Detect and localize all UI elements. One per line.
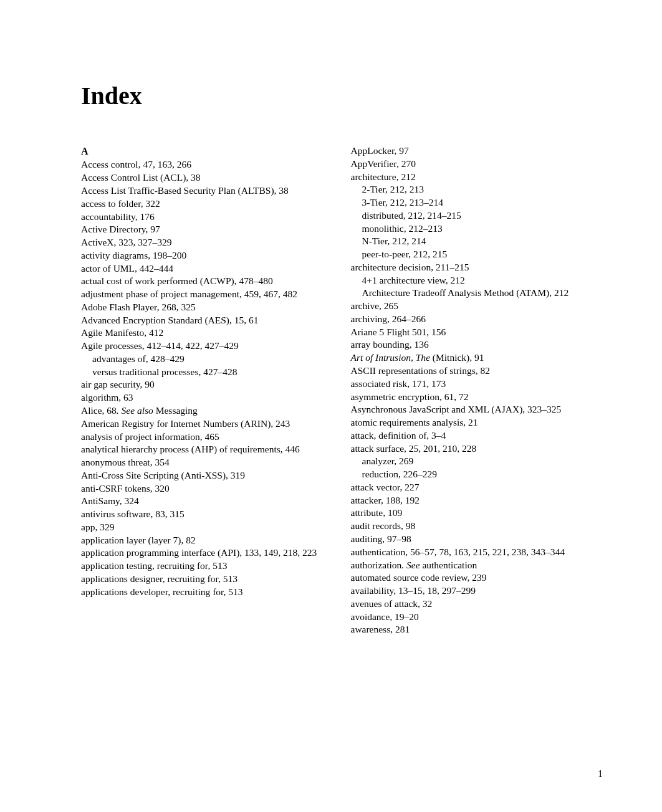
index-entry: activity diagrams, 198–200 [81, 249, 333, 262]
index-entry: air gap security, 90 [81, 378, 333, 391]
index-entry: Agile processes, 412–414, 422, 427–429 [81, 340, 333, 353]
index-entry: analytical hierarchy process (AHP) of re… [81, 443, 333, 456]
index-entry: attack vector, 227 [351, 481, 603, 494]
index-entry: authorization. See authentication [351, 559, 603, 572]
index-entry-text: Alice, 68 [81, 405, 117, 416]
index-entry-ref: Messaging [156, 405, 198, 416]
page-title: Index [81, 81, 603, 110]
index-entry: actor of UML, 442–444 [81, 262, 333, 275]
index-entry: application programming interface (API),… [81, 547, 333, 560]
index-entry: actual cost of work performed (ACWP), 47… [81, 275, 333, 288]
index-entry: ActiveX, 323, 327–329 [81, 236, 333, 249]
index-entry: archive, 265 [351, 300, 603, 313]
index-entry: American Registry for Internet Numbers (… [81, 418, 333, 431]
index-entry-text: (Mitnick), 91 [430, 352, 484, 363]
index-entry: access to folder, 322 [81, 198, 333, 211]
index-entry: Anti-Cross Site Scripting (Anti-XSS), 31… [81, 469, 333, 482]
index-entry: Adobe Flash Player, 268, 325 [81, 301, 333, 314]
index-entry: applications developer, recruiting for, … [81, 586, 333, 599]
index-entry: attack, definition of, 3–4 [351, 429, 603, 442]
index-entry: architecture decision, 211–215 [351, 261, 603, 274]
index-entry: awareness, 281 [351, 623, 603, 636]
index-entry: availability, 13–15, 18, 297–299 [351, 585, 603, 598]
index-entry: ASCII representations of strings, 82 [351, 365, 603, 378]
index-entry: adjustment phase of project management, … [81, 288, 333, 301]
index-entry-ref: authentication [422, 560, 477, 570]
index-entry: app, 329 [81, 521, 333, 534]
index-entry: atomic requirements analysis, 21 [351, 416, 603, 429]
index-entry: automated source code review, 239 [351, 571, 603, 585]
index-sub-entry: versus traditional processes, 427–428 [81, 366, 333, 379]
index-entry: attacker, 188, 192 [351, 494, 603, 507]
index-entry: Access List Traffic-Based Security Plan … [81, 184, 333, 198]
index-sub-entry: 2-Tier, 212, 213 [351, 183, 603, 196]
index-entry: Advanced Encryption Standard (AES), 15, … [81, 314, 333, 327]
index-entry: AppVerifier, 270 [351, 158, 603, 171]
index-entry: attribute, 109 [351, 507, 603, 520]
index-entry: authentication, 56–57, 78, 163, 215, 221… [351, 546, 603, 559]
index-sub-entry: Architecture Tradeoff Analysis Method (A… [351, 287, 603, 300]
index-entry: accountability, 176 [81, 211, 333, 224]
index-entry: Alice, 68. See also Messaging [81, 404, 333, 418]
index-entry: anonymous threat, 354 [81, 456, 333, 469]
section-letter: A [81, 145, 333, 158]
index-sub-entry: analyzer, 269 [351, 455, 603, 468]
index-column-left: AAccess control, 47, 163, 266Access Cont… [81, 145, 333, 636]
index-entry: Access Control List (ACL), 38 [81, 171, 333, 184]
index-entry: auditing, 97–98 [351, 533, 603, 546]
index-columns: AAccess control, 47, 163, 266Access Cont… [81, 145, 603, 636]
index-entry: application testing, recruiting for, 513 [81, 560, 333, 573]
index-entry: antivirus software, 83, 315 [81, 508, 333, 521]
index-entry-text: authorization [351, 560, 402, 570]
index-entry: asymmetric encryption, 61, 72 [351, 391, 603, 404]
index-sub-entry: monolithic, 212–213 [351, 222, 603, 236]
index-entry: AppLocker, 97 [351, 145, 603, 158]
page-number: 1 [598, 768, 603, 780]
index-entry: avoidance, 19–20 [351, 611, 603, 624]
index-entry: associated risk, 171, 173 [351, 378, 603, 391]
index-sub-entry: 4+1 architecture view, 212 [351, 274, 603, 287]
index-entry: algorithm, 63 [81, 391, 333, 404]
index-entry: Art of Intrusion, The (Mitnick), 91 [351, 351, 603, 365]
index-entry: applications designer, recruiting for, 5… [81, 573, 333, 586]
index-entry: avenues of attack, 32 [351, 598, 603, 611]
index-entry: analysis of project information, 465 [81, 431, 333, 444]
index-entry: Active Directory, 97 [81, 223, 333, 236]
index-entry-title: Art of Intrusion, The [351, 352, 430, 363]
index-entry: architecture, 212 [351, 171, 603, 184]
see-reference: . See [401, 560, 422, 570]
index-entry: Access control, 47, 163, 266 [81, 158, 333, 171]
index-entry: array bounding, 136 [351, 338, 603, 351]
index-entry: Ariane 5 Flight 501, 156 [351, 326, 603, 339]
index-entry: AntiSamy, 324 [81, 495, 333, 508]
index-entry: anti-CSRF tokens, 320 [81, 482, 333, 495]
see-reference: . See also [117, 405, 156, 416]
index-column-right: AppLocker, 97AppVerifier, 270architectur… [351, 145, 603, 636]
index-entry: audit records, 98 [351, 520, 603, 533]
index-sub-entry: distributed, 212, 214–215 [351, 209, 603, 222]
index-sub-entry: N-Tier, 212, 214 [351, 235, 603, 248]
index-sub-entry: 3-Tier, 212, 213–214 [351, 196, 603, 209]
index-sub-entry: advantages of, 428–429 [81, 353, 333, 366]
index-entry: archiving, 264–266 [351, 313, 603, 326]
index-entry: application layer (layer 7), 82 [81, 534, 333, 547]
index-entry: attack surface, 25, 201, 210, 228 [351, 442, 603, 456]
index-entry: Agile Manifesto, 412 [81, 327, 333, 340]
index-sub-entry: peer-to-peer, 212, 215 [351, 248, 603, 261]
index-sub-entry: reduction, 226–229 [351, 468, 603, 481]
index-entry: Asynchronous JavaScript and XML (AJAX), … [351, 403, 603, 416]
